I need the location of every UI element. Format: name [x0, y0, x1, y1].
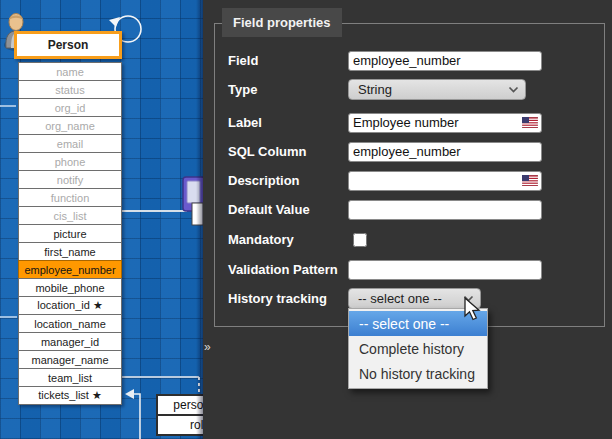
- chevron-down-icon: [508, 86, 519, 93]
- entity-field-email[interactable]: email: [18, 134, 122, 153]
- type-select-value: String: [358, 82, 508, 97]
- validation-pattern-label: Validation Pattern: [228, 262, 348, 277]
- entity-field-tickets-list[interactable]: tickets_list ★: [18, 386, 122, 405]
- entity-field-function[interactable]: function: [18, 188, 122, 207]
- entity-field-notify[interactable]: notify: [18, 170, 122, 189]
- entity-field-phone[interactable]: phone: [18, 152, 122, 171]
- entity-field-employee-number-selected[interactable]: employee_number: [18, 260, 122, 279]
- entity-bottom-field-role[interactable]: role: [156, 414, 203, 436]
- label-input[interactable]: [348, 113, 542, 133]
- label-label: Label: [228, 115, 348, 130]
- default-value-label: Default Value: [228, 202, 348, 217]
- chevron-down-icon: [463, 295, 474, 302]
- sql-column-label: SQL Column: [228, 144, 348, 159]
- validation-pattern-row: Validation Pattern: [228, 259, 542, 280]
- entity-field-manager-id[interactable]: manager_id: [18, 332, 122, 351]
- mandatory-checkbox[interactable]: [353, 233, 367, 247]
- computer-icon: [183, 177, 203, 225]
- mandatory-row: Mandatory: [228, 229, 367, 250]
- dropdown-option-complete-history[interactable]: Complete history: [349, 336, 487, 361]
- label-row: Label: [228, 112, 542, 133]
- entity-person-header[interactable]: Person: [14, 31, 122, 59]
- history-tracking-label: History tracking: [228, 291, 348, 306]
- description-label: Description: [228, 173, 348, 188]
- entity-field-status[interactable]: status: [18, 80, 122, 99]
- app-window: Person name status org_id org_name email…: [0, 0, 612, 439]
- sql-column-input[interactable]: [348, 142, 542, 162]
- mandatory-label: Mandatory: [228, 232, 348, 247]
- entity-field-location-id[interactable]: location_id ★: [18, 296, 122, 315]
- description-input[interactable]: [348, 171, 542, 191]
- history-tracking-row: History tracking -- select one --: [228, 288, 481, 309]
- history-tracking-select-value: -- select one --: [358, 291, 463, 306]
- entity-field-team-list[interactable]: team_list: [18, 368, 122, 387]
- type-row: Type String: [228, 79, 526, 100]
- entity-field-manager-name[interactable]: manager_name: [18, 350, 122, 369]
- field-input[interactable]: [348, 51, 542, 71]
- entity-field-org-id[interactable]: org_id: [18, 98, 122, 117]
- validation-pattern-input[interactable]: [348, 260, 542, 280]
- field-label: Field: [228, 53, 348, 68]
- panel-expand-icon[interactable]: »: [204, 340, 211, 354]
- diagram-canvas[interactable]: Person name status org_id org_name email…: [0, 0, 203, 439]
- type-label: Type: [228, 82, 348, 97]
- type-select[interactable]: String: [348, 79, 526, 100]
- entity-bottom-field-person[interactable]: person: [156, 394, 203, 416]
- entity-field-org-name[interactable]: org_name: [18, 116, 122, 135]
- history-tracking-dropdown-list: -- select one -- Complete history No his…: [348, 308, 488, 389]
- tab-field-properties[interactable]: Field properties: [222, 8, 342, 37]
- entity-field-location-name[interactable]: location_name: [18, 314, 122, 333]
- entity-person-field-list: name status org_id org_name email phone …: [18, 62, 122, 405]
- default-value-row: Default Value: [228, 199, 542, 220]
- entity-field-name[interactable]: name: [18, 62, 122, 81]
- us-flag-icon: [522, 175, 538, 186]
- entity-field-mobile-phone[interactable]: mobile_phone: [18, 278, 122, 297]
- entity-field-first-name[interactable]: first_name: [18, 242, 122, 261]
- sql-column-row: SQL Column: [228, 141, 542, 162]
- dropdown-option-no-history-tracking[interactable]: No history tracking: [349, 361, 487, 386]
- description-row: Description: [228, 170, 542, 191]
- us-flag-icon: [522, 117, 538, 128]
- field-row: Field: [228, 50, 542, 71]
- dropdown-option-select-one[interactable]: -- select one --: [349, 311, 487, 336]
- entity-field-picture[interactable]: picture: [18, 224, 122, 243]
- history-tracking-select[interactable]: -- select one --: [348, 288, 481, 309]
- field-properties-panel: » Field properties Field Type String Lab…: [203, 0, 612, 439]
- entity-field-cis-list[interactable]: cis_list: [18, 206, 122, 225]
- default-value-input[interactable]: [348, 200, 542, 220]
